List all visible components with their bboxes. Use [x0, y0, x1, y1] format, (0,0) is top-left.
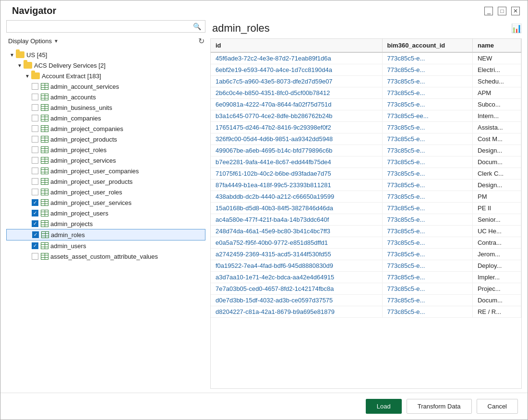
checkbox[interactable] — [32, 220, 38, 227]
checkbox[interactable] — [32, 178, 38, 185]
checkbox[interactable] — [32, 136, 38, 143]
table-row[interactable]: 2b6c0c4e-b850-4351-8fc0-d5cf00b78412773c… — [211, 87, 521, 99]
table-row[interactable]: d0e7d3bb-15df-4032-ad3b-ce0597d37575773c… — [211, 295, 521, 306]
checkbox[interactable] — [32, 231, 39, 238]
checkbox[interactable] — [32, 104, 38, 111]
table-cell-bim360_account_id: 773c85c5-e... — [382, 283, 472, 295]
checkbox[interactable] — [32, 157, 38, 164]
table-row[interactable]: 15a0168b-d5d8-40b3-84f5-3827846d46da773c… — [211, 203, 521, 214]
tree-item-admin_projects[interactable]: admin_projects — [6, 218, 205, 229]
data-table-wrapper[interactable]: idbim360_account_idname 45f6ade3-72c2-4e… — [210, 38, 522, 389]
table-row[interactable]: 6e09081a-4222-470a-8644-fa02f75d751d773c… — [211, 99, 521, 110]
tree-item-admin_users[interactable]: admin_users — [6, 240, 205, 251]
table-row[interactable]: f0a19522-7ea4-4fad-bdf6-945d8880830d9773… — [211, 260, 521, 272]
checkbox-wrap[interactable] — [31, 114, 39, 122]
folder-toggle-icon[interactable]: ▼ — [24, 72, 31, 80]
table-row[interactable]: 438abddb-dc2b-4440-a212-c66650a19599773c… — [211, 191, 521, 203]
checkbox-wrap[interactable] — [31, 93, 39, 101]
tree-item-assets_asset_custom_attribute_values[interactable]: assets_asset_custom_attribute_values — [6, 251, 205, 262]
tree-item-admin_project_users[interactable]: admin_project_users — [6, 208, 205, 218]
checkbox[interactable] — [32, 168, 38, 174]
checkbox[interactable] — [32, 146, 38, 153]
tree-item-admin_project_user_roles[interactable]: admin_project_user_roles — [6, 187, 205, 197]
checkbox-wrap[interactable] — [31, 135, 39, 143]
transform-data-button[interactable]: Transform Data — [407, 399, 472, 414]
checkbox[interactable] — [32, 189, 38, 195]
table-row[interactable]: e0a5a752-f95f-40b0-9772-e851d85dffd1773c… — [211, 237, 521, 249]
checkbox[interactable] — [32, 94, 38, 100]
tree-item-admin_project_user_companies[interactable]: admin_project_user_companies — [6, 166, 205, 176]
maximize-button[interactable]: □ — [498, 7, 506, 15]
tree-item-admin_roles[interactable]: admin_roles — [6, 229, 205, 240]
folder-toggle-icon[interactable]: ▼ — [8, 51, 16, 59]
table-row[interactable]: 1ab6c7c5-a960-43e5-8073-dfe2d7d59e07773c… — [211, 76, 521, 87]
tree-item-us[interactable]: ▼US [45] — [6, 49, 205, 60]
table-body: 45f6ade3-72c2-4e3e-87d2-71eab89f1d6a773c… — [211, 52, 521, 318]
checkbox-wrap[interactable] — [31, 146, 39, 154]
table-row[interactable]: a3d7aa10-1e71-4e2c-bdca-aa42e4d64915773c… — [211, 272, 521, 283]
checkbox[interactable] — [32, 199, 38, 206]
checkbox-wrap[interactable] — [31, 252, 39, 260]
table-row[interactable]: 87fa4449-b1ea-418f-99c5-23393b811281773c… — [211, 180, 521, 191]
folder-toggle-icon[interactable]: ▼ — [16, 61, 24, 69]
table-cell-id: 6e09081a-4222-470a-8644-fa02f75d751d — [211, 99, 382, 110]
table-row[interactable]: d8204227-c81a-42a1-8679-b9a695e81879773c… — [211, 306, 521, 318]
checkbox-wrap[interactable] — [31, 125, 39, 132]
refresh-icon: ↻ — [198, 37, 204, 45]
refresh-button[interactable]: ↻ — [197, 36, 205, 47]
checkbox-wrap[interactable] — [32, 231, 39, 239]
checkbox-wrap[interactable] — [31, 167, 39, 175]
checkbox-wrap[interactable] — [31, 220, 39, 228]
checkbox[interactable] — [32, 242, 38, 249]
checkbox[interactable] — [32, 115, 38, 121]
checkbox-wrap[interactable] — [31, 199, 39, 206]
tree-item-admin_accounts[interactable]: admin_accounts — [6, 92, 205, 102]
checkbox[interactable] — [32, 125, 38, 132]
tree-item-admin_project_user_services[interactable]: admin_project_user_services — [6, 197, 205, 208]
tree-item-acs[interactable]: ▼ACS Delivery Services [2] — [6, 60, 205, 71]
checkbox-wrap[interactable] — [31, 83, 39, 90]
tree-item-admin_project_products[interactable]: admin_project_products — [6, 134, 205, 144]
tree-item-admin_companies[interactable]: admin_companies — [6, 113, 205, 123]
cancel-button[interactable]: Cancel — [477, 399, 518, 414]
tree-container[interactable]: ▼US [45]▼ACS Delivery Services [2]▼Accou… — [6, 49, 205, 389]
checkbox-wrap[interactable] — [31, 242, 39, 250]
checkbox-wrap[interactable] — [31, 178, 39, 185]
table-row[interactable]: 7e7a03b05-ced0-4657-8fd2-1c42174fbc8a773… — [211, 283, 521, 295]
table-row[interactable]: 326f9c00-05d4-4d6b-9851-aa9342dd5948773c… — [211, 133, 521, 145]
footer: Load Transform Data Cancel — [0, 393, 528, 420]
close-button[interactable]: ✕ — [511, 7, 520, 15]
table-row[interactable]: 45f6ade3-72c2-4e3e-87d2-71eab89f1d6a773c… — [211, 52, 521, 64]
load-button[interactable]: Load — [366, 399, 402, 414]
minimize-button[interactable]: ⎯ — [484, 7, 493, 15]
tree-item-admin_project_companies[interactable]: admin_project_companies — [6, 123, 205, 134]
tree-item-admin_business_units[interactable]: admin_business_units — [6, 102, 205, 113]
tree-item-admin_project_user_products[interactable]: admin_project_user_products — [6, 176, 205, 187]
table-row[interactable]: ac4a580e-477f-421f-ba4a-14b73ddc640f773c… — [211, 214, 521, 226]
table-row[interactable]: 71075f61-102b-40c2-b6be-d93fadae7d75773c… — [211, 168, 521, 180]
table-row[interactable]: 248d74da-46a1-45e9-bc80-3b41c4bc7ff3773c… — [211, 226, 521, 237]
table-row[interactable]: a2742459-2369-4315-acd5-3144f530fd55773c… — [211, 249, 521, 260]
table-cell-id: 499067be-a6eb-4695-b14c-bfd779896c6b — [211, 145, 382, 156]
tree-item-account_extract[interactable]: ▼Account Extract [183] — [6, 71, 205, 81]
preview-icon-button[interactable]: 📊 — [511, 23, 522, 34]
checkbox-wrap[interactable] — [31, 156, 39, 164]
checkbox[interactable] — [32, 253, 38, 260]
checkbox[interactable] — [32, 83, 38, 90]
tree-item-admin_project_services[interactable]: admin_project_services — [6, 155, 205, 166]
tree-item-admin_project_roles[interactable]: admin_project_roles — [6, 144, 205, 155]
checkbox-wrap[interactable] — [31, 209, 39, 217]
tree-item-label: admin_project_products — [50, 136, 117, 143]
checkbox[interactable] — [32, 210, 38, 216]
table-row[interactable]: b3a1c645-0770-4ce2-8dfe-bb286762b24b773c… — [211, 110, 521, 122]
table-row[interactable]: 17651475-d246-47b2-8416-9c29398ef0f2773c… — [211, 122, 521, 133]
display-options-button[interactable]: Display Options ▼ — [6, 36, 60, 46]
table-row[interactable]: 499067be-a6eb-4695-b14c-bfd779896c6b773c… — [211, 145, 521, 156]
table-row[interactable]: 6ebf2e19-e593-4470-a4ce-1d7cc8190d4a773c… — [211, 64, 521, 76]
table-row[interactable]: b7ee2281-9afa-441e-8c67-edd44fb75de4773c… — [211, 156, 521, 168]
checkbox-wrap[interactable] — [31, 104, 39, 111]
tree-item-admin_account_services[interactable]: admin_account_services — [6, 81, 205, 92]
checkbox-wrap[interactable] — [31, 188, 39, 196]
table-icon — [41, 146, 48, 153]
search-input[interactable] — [11, 23, 193, 30]
